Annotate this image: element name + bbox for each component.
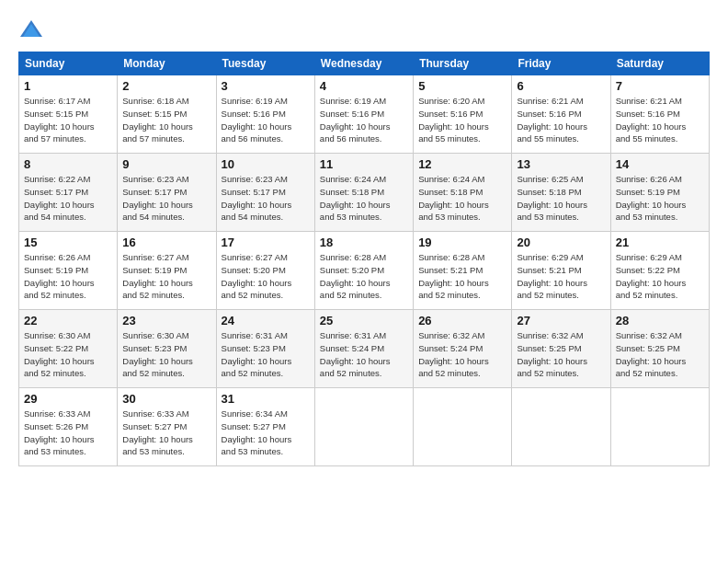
cell-date: 1 bbox=[24, 79, 112, 93]
day-header-tuesday: Tuesday bbox=[216, 52, 314, 75]
cell-date: 11 bbox=[320, 157, 408, 171]
calendar-cell bbox=[314, 388, 413, 466]
cell-info: Sunrise: 6:25 AMSunset: 5:18 PMDaylight:… bbox=[517, 173, 605, 224]
calendar-cell: 14Sunrise: 6:26 AMSunset: 5:19 PMDayligh… bbox=[610, 154, 709, 232]
cell-date: 6 bbox=[517, 79, 605, 93]
calendar-header: SundayMondayTuesdayWednesdayThursdayFrid… bbox=[19, 52, 710, 75]
cell-info: Sunrise: 6:23 AMSunset: 5:17 PMDaylight:… bbox=[222, 173, 310, 224]
cell-info: Sunrise: 6:21 AMSunset: 5:16 PMDaylight:… bbox=[616, 95, 704, 145]
calendar-cell: 26Sunrise: 6:32 AMSunset: 5:24 PMDayligh… bbox=[414, 310, 512, 388]
cell-date: 21 bbox=[616, 236, 704, 249]
cell-info: Sunrise: 6:26 AMSunset: 5:19 PMDaylight:… bbox=[616, 173, 704, 224]
cell-date: 23 bbox=[122, 314, 210, 327]
cell-date: 3 bbox=[222, 79, 310, 93]
calendar-cell: 4Sunrise: 6:19 AMSunset: 5:16 PMDaylight… bbox=[314, 75, 413, 154]
cell-info: Sunrise: 6:32 AMSunset: 5:25 PMDaylight:… bbox=[517, 329, 605, 380]
cell-info: Sunrise: 6:28 AMSunset: 5:20 PMDaylight:… bbox=[320, 251, 408, 302]
cell-info: Sunrise: 6:31 AMSunset: 5:23 PMDaylight:… bbox=[222, 329, 310, 380]
calendar-cell: 19Sunrise: 6:28 AMSunset: 5:21 PMDayligh… bbox=[414, 232, 512, 310]
day-header-thursday: Thursday bbox=[414, 52, 512, 75]
cell-info: Sunrise: 6:30 AMSunset: 5:22 PMDaylight:… bbox=[24, 329, 112, 380]
cell-date: 2 bbox=[122, 79, 210, 93]
calendar-cell: 18Sunrise: 6:28 AMSunset: 5:20 PMDayligh… bbox=[314, 232, 413, 310]
cell-date: 8 bbox=[24, 157, 112, 171]
cell-info: Sunrise: 6:29 AMSunset: 5:21 PMDaylight:… bbox=[517, 251, 605, 302]
cell-date: 28 bbox=[616, 314, 704, 327]
cell-date: 31 bbox=[222, 392, 310, 406]
logo-icon bbox=[18, 17, 44, 42]
cell-date: 27 bbox=[517, 314, 605, 327]
cell-info: Sunrise: 6:24 AMSunset: 5:18 PMDaylight:… bbox=[320, 173, 408, 224]
week-row-3: 15Sunrise: 6:26 AMSunset: 5:19 PMDayligh… bbox=[19, 232, 710, 310]
day-header-monday: Monday bbox=[118, 52, 216, 75]
day-header-friday: Friday bbox=[512, 52, 610, 75]
cell-info: Sunrise: 6:17 AMSunset: 5:15 PMDaylight:… bbox=[24, 95, 112, 145]
calendar-cell: 17Sunrise: 6:27 AMSunset: 5:20 PMDayligh… bbox=[216, 232, 314, 310]
calendar-cell: 8Sunrise: 6:22 AMSunset: 5:17 PMDaylight… bbox=[19, 154, 118, 232]
cell-info: Sunrise: 6:33 AMSunset: 5:26 PMDaylight:… bbox=[24, 408, 112, 458]
day-header-wednesday: Wednesday bbox=[314, 52, 413, 75]
calendar-cell: 21Sunrise: 6:29 AMSunset: 5:22 PMDayligh… bbox=[610, 232, 709, 310]
calendar-cell: 10Sunrise: 6:23 AMSunset: 5:17 PMDayligh… bbox=[216, 154, 314, 232]
cell-info: Sunrise: 6:24 AMSunset: 5:18 PMDaylight:… bbox=[418, 173, 506, 224]
calendar-cell: 13Sunrise: 6:25 AMSunset: 5:18 PMDayligh… bbox=[512, 154, 610, 232]
cell-date: 10 bbox=[222, 157, 310, 171]
week-row-5: 29Sunrise: 6:33 AMSunset: 5:26 PMDayligh… bbox=[19, 388, 710, 466]
calendar: SundayMondayTuesdayWednesdayThursdayFrid… bbox=[18, 52, 710, 466]
cell-date: 12 bbox=[418, 157, 506, 171]
cell-info: Sunrise: 6:32 AMSunset: 5:24 PMDaylight:… bbox=[418, 329, 506, 380]
cell-date: 19 bbox=[418, 236, 506, 249]
calendar-cell: 16Sunrise: 6:27 AMSunset: 5:19 PMDayligh… bbox=[118, 232, 216, 310]
header bbox=[18, 17, 710, 42]
cell-info: Sunrise: 6:18 AMSunset: 5:15 PMDaylight:… bbox=[122, 95, 210, 145]
calendar-cell bbox=[414, 388, 512, 466]
calendar-cell: 29Sunrise: 6:33 AMSunset: 5:26 PMDayligh… bbox=[19, 388, 118, 466]
calendar-cell: 31Sunrise: 6:34 AMSunset: 5:27 PMDayligh… bbox=[216, 388, 314, 466]
calendar-cell: 20Sunrise: 6:29 AMSunset: 5:21 PMDayligh… bbox=[512, 232, 610, 310]
calendar-cell bbox=[512, 388, 610, 466]
cell-date: 5 bbox=[418, 79, 506, 93]
cell-info: Sunrise: 6:29 AMSunset: 5:22 PMDaylight:… bbox=[616, 251, 704, 302]
cell-info: Sunrise: 6:32 AMSunset: 5:25 PMDaylight:… bbox=[616, 329, 704, 380]
cell-info: Sunrise: 6:19 AMSunset: 5:16 PMDaylight:… bbox=[222, 95, 310, 145]
cell-info: Sunrise: 6:26 AMSunset: 5:19 PMDaylight:… bbox=[24, 251, 112, 302]
calendar-cell: 9Sunrise: 6:23 AMSunset: 5:17 PMDaylight… bbox=[118, 154, 216, 232]
cell-info: Sunrise: 6:23 AMSunset: 5:17 PMDaylight:… bbox=[122, 173, 210, 224]
calendar-cell: 3Sunrise: 6:19 AMSunset: 5:16 PMDaylight… bbox=[216, 75, 314, 154]
cell-date: 13 bbox=[517, 157, 605, 171]
week-row-4: 22Sunrise: 6:30 AMSunset: 5:22 PMDayligh… bbox=[19, 310, 710, 388]
cell-info: Sunrise: 6:21 AMSunset: 5:16 PMDaylight:… bbox=[517, 95, 605, 145]
cell-date: 16 bbox=[122, 236, 210, 249]
cell-date: 26 bbox=[418, 314, 506, 327]
cell-date: 29 bbox=[24, 392, 112, 406]
cell-info: Sunrise: 6:19 AMSunset: 5:16 PMDaylight:… bbox=[320, 95, 408, 145]
cell-date: 24 bbox=[222, 314, 310, 327]
cell-date: 18 bbox=[320, 236, 408, 249]
week-row-2: 8Sunrise: 6:22 AMSunset: 5:17 PMDaylight… bbox=[19, 154, 710, 232]
cell-date: 7 bbox=[616, 79, 704, 93]
cell-date: 20 bbox=[517, 236, 605, 249]
calendar-cell: 30Sunrise: 6:33 AMSunset: 5:27 PMDayligh… bbox=[118, 388, 216, 466]
cell-date: 9 bbox=[122, 157, 210, 171]
calendar-cell: 28Sunrise: 6:32 AMSunset: 5:25 PMDayligh… bbox=[610, 310, 709, 388]
calendar-cell: 27Sunrise: 6:32 AMSunset: 5:25 PMDayligh… bbox=[512, 310, 610, 388]
cell-info: Sunrise: 6:22 AMSunset: 5:17 PMDaylight:… bbox=[24, 173, 112, 224]
cell-date: 14 bbox=[616, 157, 704, 171]
cell-date: 17 bbox=[222, 236, 310, 249]
cell-date: 22 bbox=[24, 314, 112, 327]
calendar-cell: 15Sunrise: 6:26 AMSunset: 5:19 PMDayligh… bbox=[19, 232, 118, 310]
day-header-sunday: Sunday bbox=[19, 52, 118, 75]
calendar-cell: 5Sunrise: 6:20 AMSunset: 5:16 PMDaylight… bbox=[414, 75, 512, 154]
cell-info: Sunrise: 6:20 AMSunset: 5:16 PMDaylight:… bbox=[418, 95, 506, 145]
week-row-1: 1Sunrise: 6:17 AMSunset: 5:15 PMDaylight… bbox=[19, 75, 710, 154]
calendar-cell: 25Sunrise: 6:31 AMSunset: 5:24 PMDayligh… bbox=[314, 310, 413, 388]
cell-info: Sunrise: 6:34 AMSunset: 5:27 PMDaylight:… bbox=[222, 408, 310, 458]
cell-info: Sunrise: 6:27 AMSunset: 5:19 PMDaylight:… bbox=[122, 251, 210, 302]
logo bbox=[18, 17, 48, 42]
cell-date: 30 bbox=[122, 392, 210, 406]
header-row: SundayMondayTuesdayWednesdayThursdayFrid… bbox=[19, 52, 710, 75]
cell-date: 15 bbox=[24, 236, 112, 249]
calendar-cell: 24Sunrise: 6:31 AMSunset: 5:23 PMDayligh… bbox=[216, 310, 314, 388]
calendar-cell: 7Sunrise: 6:21 AMSunset: 5:16 PMDaylight… bbox=[610, 75, 709, 154]
calendar-cell: 6Sunrise: 6:21 AMSunset: 5:16 PMDaylight… bbox=[512, 75, 610, 154]
